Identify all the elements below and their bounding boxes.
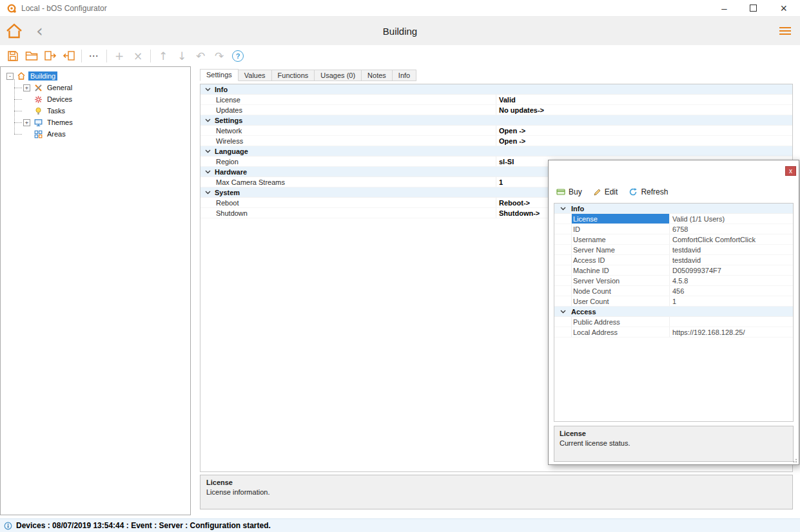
help-button[interactable]: ? bbox=[231, 49, 244, 63]
property-name[interactable]: Updates bbox=[215, 105, 496, 115]
group-row-info[interactable]: Info bbox=[200, 84, 792, 95]
maximize-button[interactable] bbox=[750, 5, 757, 12]
add-button[interactable]: + bbox=[113, 49, 126, 63]
property-name[interactable]: Public Address bbox=[571, 317, 669, 327]
property-name[interactable]: Machine ID bbox=[571, 265, 669, 275]
property-value[interactable]: 4.5.8 bbox=[669, 276, 793, 285]
property-value[interactable]: Valid bbox=[496, 95, 792, 104]
tree-item-tasks[interactable]: Tasks bbox=[14, 105, 190, 117]
property-row-machine-id[interactable]: Machine IDD050999374F7 bbox=[554, 265, 793, 276]
property-row-public-address[interactable]: Public Address bbox=[554, 317, 793, 327]
property-row-local-address[interactable]: Local Addresshttps://192.168.128.25/ bbox=[554, 327, 793, 337]
tab-values[interactable]: Values bbox=[239, 70, 272, 81]
property-row-server-version[interactable]: Server Version4.5.8 bbox=[554, 276, 793, 286]
tab-notes[interactable]: Notes bbox=[362, 70, 393, 81]
property-value[interactable]: No updates-> bbox=[496, 105, 792, 115]
row-gutter bbox=[554, 296, 571, 306]
tree-item-general[interactable]: +General bbox=[14, 82, 190, 93]
property-value[interactable]: Open -> bbox=[496, 126, 792, 135]
themes-icon bbox=[33, 119, 43, 127]
group-row-settings[interactable]: Settings bbox=[200, 115, 792, 126]
row-gutter bbox=[554, 276, 571, 285]
group-row-language[interactable]: Language bbox=[200, 146, 792, 157]
property-name[interactable]: User Count bbox=[571, 296, 669, 306]
property-row-node-count[interactable]: Node Count456 bbox=[554, 286, 793, 296]
toolbar-separator bbox=[150, 50, 151, 62]
property-name[interactable]: ID bbox=[571, 224, 669, 234]
move-down-button[interactable]: ↓ bbox=[175, 49, 188, 63]
property-value[interactable]: https://192.168.128.25/ bbox=[669, 327, 793, 337]
property-value[interactable]: testdavid bbox=[669, 255, 793, 265]
property-name[interactable]: Network bbox=[215, 126, 496, 135]
property-value[interactable]: 6758 bbox=[669, 224, 793, 234]
property-row-user-count[interactable]: User Count1 bbox=[554, 296, 793, 307]
property-row-network[interactable]: NetworkOpen -> bbox=[200, 126, 792, 136]
property-row-license[interactable]: LicenseValid (1/1 Users) bbox=[554, 214, 793, 224]
row-gutter bbox=[554, 214, 571, 223]
property-name[interactable]: Local Address bbox=[571, 327, 669, 337]
delete-button[interactable]: × bbox=[132, 49, 144, 63]
buy-button[interactable]: Buy bbox=[556, 187, 582, 196]
collapse-icon[interactable]: - bbox=[6, 73, 14, 80]
group-row-access[interactable]: Access bbox=[554, 307, 793, 317]
property-row-id[interactable]: ID6758 bbox=[554, 224, 793, 234]
tree-item-devices[interactable]: Devices bbox=[14, 93, 190, 105]
property-row-license[interactable]: LicenseValid bbox=[200, 95, 792, 105]
property-value[interactable]: 456 bbox=[669, 286, 793, 296]
menu-button[interactable] bbox=[779, 27, 791, 35]
resize-grip-icon[interactable] bbox=[791, 457, 797, 463]
save-button[interactable] bbox=[6, 49, 19, 63]
property-value[interactable]: testdavid bbox=[669, 245, 793, 254]
property-value[interactable]: ComfortClick ComfortClick bbox=[669, 234, 793, 244]
expand-icon[interactable]: + bbox=[23, 119, 30, 126]
tab-settings[interactable]: Settings bbox=[200, 69, 239, 81]
property-name[interactable]: Node Count bbox=[571, 286, 669, 296]
property-name[interactable]: Server Version bbox=[571, 276, 669, 285]
import-button[interactable] bbox=[63, 49, 75, 63]
property-name[interactable]: Wireless bbox=[215, 136, 496, 146]
page-title: Building bbox=[0, 26, 800, 37]
edit-button[interactable]: Edit bbox=[593, 187, 618, 196]
chevron-down-icon bbox=[554, 207, 571, 211]
property-name[interactable]: License bbox=[571, 214, 669, 223]
property-name[interactable]: Max Camera Streams bbox=[215, 177, 496, 187]
popup-close-button[interactable]: x bbox=[785, 166, 796, 176]
minimize-button[interactable]: – bbox=[721, 3, 727, 13]
tree-item-areas[interactable]: Areas bbox=[14, 128, 190, 140]
move-up-button[interactable]: ↑ bbox=[157, 49, 170, 63]
description-text: License information. bbox=[206, 488, 786, 496]
more-button[interactable]: ··· bbox=[88, 49, 101, 63]
property-name[interactable]: Access ID bbox=[571, 255, 669, 265]
property-row-access-id[interactable]: Access IDtestdavid bbox=[554, 255, 793, 265]
property-name[interactable]: Shutdown bbox=[215, 208, 496, 218]
property-value[interactable]: Open -> bbox=[496, 136, 792, 146]
refresh-button[interactable]: Refresh bbox=[629, 187, 668, 196]
tab-usages-0[interactable]: Usages (0) bbox=[315, 70, 362, 81]
property-row-username[interactable]: UsernameComfortClick ComfortClick bbox=[554, 234, 793, 245]
property-row-wireless[interactable]: WirelessOpen -> bbox=[200, 136, 792, 146]
group-row-info[interactable]: Info bbox=[554, 204, 793, 214]
home-button[interactable] bbox=[5, 23, 23, 39]
property-value[interactable]: Valid (1/1 Users) bbox=[669, 214, 793, 223]
property-row-server-name[interactable]: Server Nametestdavid bbox=[554, 245, 793, 255]
property-name[interactable]: Username bbox=[571, 234, 669, 244]
property-value[interactable]: 1 bbox=[669, 296, 793, 306]
tree-item-themes[interactable]: +Themes bbox=[14, 117, 190, 128]
tab-functions[interactable]: Functions bbox=[272, 70, 315, 81]
redo-button[interactable]: ↷ bbox=[213, 49, 226, 63]
back-button[interactable]: ‹ bbox=[36, 24, 43, 38]
export-button[interactable] bbox=[44, 49, 57, 63]
property-value[interactable] bbox=[669, 317, 793, 327]
property-name[interactable]: Reboot bbox=[215, 198, 496, 207]
open-button[interactable] bbox=[25, 49, 38, 63]
property-value[interactable]: D050999374F7 bbox=[669, 265, 793, 275]
property-name[interactable]: Region bbox=[215, 157, 496, 166]
property-row-updates[interactable]: UpdatesNo updates-> bbox=[200, 105, 792, 115]
expand-icon[interactable]: + bbox=[23, 84, 30, 91]
tree-item-building[interactable]: -Building bbox=[1, 70, 190, 82]
property-name[interactable]: License bbox=[215, 95, 496, 104]
tab-info[interactable]: Info bbox=[393, 70, 416, 81]
undo-button[interactable]: ↶ bbox=[194, 49, 207, 63]
close-button[interactable]: × bbox=[780, 3, 787, 14]
property-name[interactable]: Server Name bbox=[571, 245, 669, 254]
